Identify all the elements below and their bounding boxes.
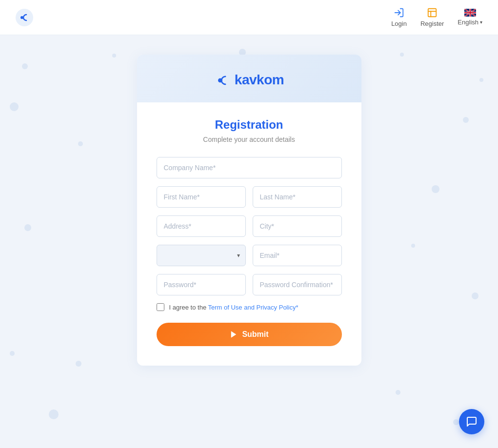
login-label: Login bbox=[391, 20, 407, 27]
email-input[interactable] bbox=[253, 245, 342, 266]
flag-icon bbox=[464, 9, 476, 17]
language-label: English ▾ bbox=[458, 19, 482, 26]
svg-point-0 bbox=[16, 9, 33, 26]
kavkom-brand: kavkom bbox=[214, 72, 284, 88]
company-name-group bbox=[157, 157, 342, 178]
navbar-logo bbox=[16, 9, 33, 26]
terms-row: I agree to the Term of Use and Privacy P… bbox=[157, 303, 342, 311]
card-body: Registration Complete your account detai… bbox=[137, 102, 361, 366]
submit-arrow-icon bbox=[229, 330, 238, 339]
country-select[interactable]: United States United Kingdom France Germ… bbox=[157, 245, 246, 266]
register-label: Register bbox=[420, 20, 444, 27]
register-nav-button[interactable]: Register bbox=[420, 7, 444, 27]
navbar-actions: Login Register English bbox=[391, 7, 482, 27]
password-row bbox=[157, 274, 342, 295]
kavkom-logo-icon bbox=[16, 9, 33, 26]
last-name-input[interactable] bbox=[253, 186, 342, 208]
last-name-field bbox=[253, 186, 342, 208]
svg-marker-8 bbox=[231, 331, 237, 338]
address-field bbox=[157, 215, 246, 237]
kavkom-brand-icon bbox=[214, 72, 230, 88]
registration-form: United States United Kingdom France Germ… bbox=[157, 157, 342, 346]
address-row bbox=[157, 215, 342, 237]
city-field bbox=[253, 215, 342, 237]
country-field: United States United Kingdom France Germ… bbox=[157, 245, 246, 266]
first-name-field bbox=[157, 186, 246, 208]
kavkom-brand-name: kavkom bbox=[235, 72, 284, 88]
terms-text: I agree to the Term of Use and Privacy P… bbox=[169, 304, 299, 311]
chat-button[interactable] bbox=[459, 409, 484, 434]
password-confirm-field bbox=[253, 274, 342, 295]
submit-label: Submit bbox=[242, 330, 268, 339]
svg-point-1 bbox=[20, 16, 23, 19]
svg-point-7 bbox=[218, 78, 222, 82]
company-name-field bbox=[157, 157, 342, 178]
password-confirm-input[interactable] bbox=[253, 274, 342, 295]
card-header: kavkom bbox=[137, 55, 361, 102]
email-field bbox=[253, 245, 342, 266]
chevron-down-icon: ▾ bbox=[480, 19, 482, 25]
main-content: kavkom Registration Complete your accoun… bbox=[0, 35, 498, 395]
navbar: Login Register English bbox=[0, 0, 498, 35]
password-field bbox=[157, 274, 246, 295]
language-selector[interactable]: English ▾ bbox=[458, 9, 482, 26]
submit-button[interactable]: Submit bbox=[157, 323, 342, 346]
registration-card: kavkom Registration Complete your accoun… bbox=[137, 55, 361, 366]
svg-rect-3 bbox=[428, 9, 437, 17]
chat-icon bbox=[466, 416, 478, 428]
address-input[interactable] bbox=[157, 215, 246, 237]
company-name-input[interactable] bbox=[157, 157, 342, 178]
form-subtitle: Complete your account details bbox=[157, 136, 342, 143]
terms-checkbox[interactable] bbox=[157, 303, 164, 311]
password-input[interactable] bbox=[157, 274, 246, 295]
first-name-input[interactable] bbox=[157, 186, 246, 208]
name-row bbox=[157, 186, 342, 208]
terms-link[interactable]: Term of Use and Privacy Policy* bbox=[208, 304, 299, 311]
country-email-row: United States United Kingdom France Germ… bbox=[157, 245, 342, 266]
login-nav-button[interactable]: Login bbox=[391, 7, 407, 27]
city-input[interactable] bbox=[253, 215, 342, 237]
form-title: Registration bbox=[157, 118, 342, 132]
